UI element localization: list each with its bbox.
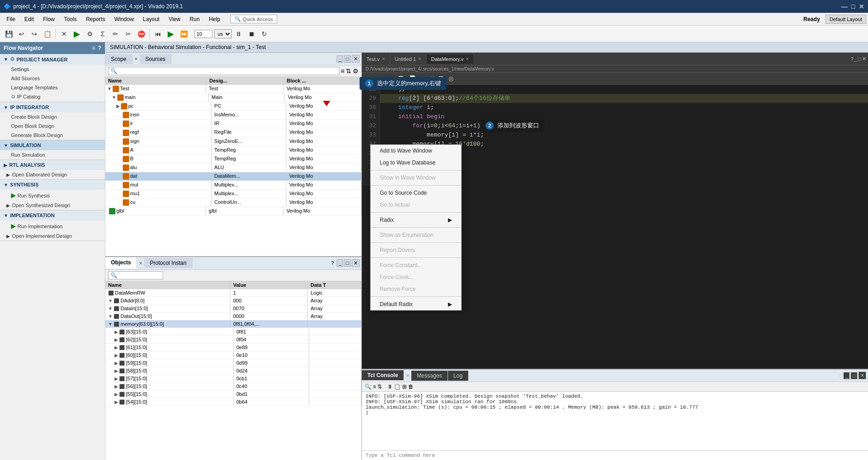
scope-row-insn[interactable]: insn InsMemo... Verilog Mo xyxy=(105,111,361,120)
tab-untitled1[interactable]: Untitled 1 ✕ xyxy=(390,55,426,64)
nav-open-implemented[interactable]: ▶ Open Implemented Design xyxy=(0,231,105,241)
scope-close[interactable]: ✕ xyxy=(352,55,360,63)
obj-row-60[interactable]: ▶⬛ [60][15:0] 0e10 xyxy=(105,351,361,359)
menu-tools[interactable]: Tools xyxy=(59,14,81,24)
stop-button[interactable]: ⏹ xyxy=(246,28,257,40)
console-filter-btn[interactable]: ≡ xyxy=(373,383,376,390)
minimize-button[interactable]: — xyxy=(841,3,848,10)
nav-create-block[interactable]: Create Block Design xyxy=(0,112,105,121)
new-file-button[interactable]: 💾 xyxy=(3,28,15,40)
test-v-close[interactable]: ✕ xyxy=(382,56,385,61)
nav-ip-catalog[interactable]: ⚙ IP Catalog xyxy=(0,92,105,102)
nav-help-icon[interactable]: ? xyxy=(98,45,101,51)
pause-button[interactable]: ⏸ xyxy=(233,28,245,40)
scope-row-test[interactable]: ▼Test Test Verilog Mo xyxy=(105,85,361,93)
section-simulation-header[interactable]: ▼ SIMULATION xyxy=(0,140,105,150)
menu-flow[interactable]: Flow xyxy=(38,14,59,24)
scope-maximize[interactable]: □ xyxy=(344,55,351,63)
nav-open-synthesized[interactable]: ▶ Open Synthesized Design xyxy=(0,201,105,210)
obj-row-57[interactable]: ▶⬛ [57][15:0] 0cb1 xyxy=(105,375,361,383)
console-input[interactable] xyxy=(366,453,864,458)
scope-row-B[interactable]: B TempReg Verilog Mo xyxy=(105,155,361,164)
scope-search-input[interactable] xyxy=(117,68,337,74)
rewind-button[interactable]: ⏮ xyxy=(152,28,164,40)
tab-messages[interactable]: Messages xyxy=(411,371,448,381)
obj-row-58[interactable]: ▶⬛ [58][15:0] 0d24 xyxy=(105,367,361,375)
scope-row-cu[interactable]: cu ControlUn... Verilog Mo xyxy=(105,198,361,207)
scope-row-sign[interactable]: sign SignZeroE... Verilog Mo xyxy=(105,137,361,146)
nav-generate-block[interactable]: Generate Block Design xyxy=(0,131,105,140)
nav-add-sources[interactable]: Add Sources xyxy=(0,74,105,83)
scope-row-dat[interactable]: dat DataMem... Verilog Mo xyxy=(105,172,361,181)
nav-run-synthesis[interactable]: ▶ Run Synthesis xyxy=(0,190,105,201)
editor-minimize[interactable]: _ xyxy=(854,56,857,62)
menu-view[interactable]: View xyxy=(164,14,185,24)
menu-layout[interactable]: Layout xyxy=(138,14,164,24)
quick-access-bar[interactable]: 🔍 Quick Access xyxy=(230,15,277,23)
redo-button[interactable]: ↪ xyxy=(28,28,40,40)
scope-tab-close[interactable]: ✕ xyxy=(132,55,140,62)
console-grid-btn[interactable]: ⊞ xyxy=(402,383,407,390)
tab-datamemory-v[interactable]: DataMemory.v ✕ xyxy=(426,55,474,64)
tab-protocol[interactable]: Protocol Instan xyxy=(144,258,192,268)
edit-btn2[interactable]: ✂ xyxy=(122,28,134,40)
nav-open-elaborated[interactable]: ▶ Open Elaborated Design xyxy=(0,170,105,179)
section-project-manager-header[interactable]: ▼ ⚙ PROJECT MANAGER xyxy=(0,54,105,65)
menu-window[interactable]: Window xyxy=(109,14,138,24)
console-tab-close[interactable]: ✕ xyxy=(404,372,411,379)
objects-search[interactable]: 🔍 xyxy=(108,271,163,279)
ctx-default-radix[interactable]: Default Radix ▶ xyxy=(371,298,461,310)
objects-search-input[interactable] xyxy=(117,273,161,278)
console-copy-btn[interactable]: 📋 xyxy=(394,383,401,390)
objects-tab-close[interactable]: ✕ xyxy=(137,260,144,267)
nav-settings[interactable]: Settings xyxy=(0,65,105,74)
console-input-area[interactable] xyxy=(362,450,868,460)
nav-language-templates[interactable]: Language Templates xyxy=(0,83,105,92)
obj-row-61[interactable]: ▶⬛ [61][15:0] 0e89 xyxy=(105,344,361,351)
console-close[interactable]: ✕ xyxy=(858,372,866,379)
obj-row-55[interactable]: ▶⬛ [55][15:0] 0bd1 xyxy=(105,390,361,398)
obj-row-daddr[interactable]: ▼⬛ DAddr[8:0] 000 Array xyxy=(105,297,361,305)
obj-question[interactable]: ? xyxy=(329,259,336,267)
obj-minimize[interactable]: _ xyxy=(337,259,343,267)
obj-maximize[interactable]: □ xyxy=(344,259,351,267)
settings-button[interactable]: ⚙ xyxy=(84,28,96,40)
obj-row-memory[interactable]: ▼⬛ memory[63:0][15:0] 0f81,0f04,... xyxy=(105,320,361,328)
datamemory-close[interactable]: ✕ xyxy=(465,56,469,61)
edit-btn1[interactable]: ✏ xyxy=(109,28,121,40)
scope-search[interactable]: 🔍 xyxy=(108,67,339,75)
tab-sources[interactable]: Sources xyxy=(140,54,171,64)
edit-btn3[interactable]: ⛔ xyxy=(135,28,147,40)
scope-filter-btn[interactable]: ≡ xyxy=(341,67,344,75)
run-button[interactable]: ▶ xyxy=(71,28,83,40)
ed-extra[interactable]: ◎ xyxy=(447,74,455,83)
copy-button[interactable]: 📋 xyxy=(41,28,53,40)
untitled1-close[interactable]: ✕ xyxy=(418,56,421,61)
obj-row-59[interactable]: ▶⬛ [59][15:0] 0d99 xyxy=(105,359,361,367)
menu-help[interactable]: Help xyxy=(204,14,225,24)
refresh-button[interactable]: ↻ xyxy=(258,28,270,40)
nav-open-block[interactable]: Open Block Design xyxy=(0,121,105,131)
tab-scope[interactable]: Scope xyxy=(105,54,132,64)
nav-run-simulation[interactable]: Run Simulation xyxy=(0,150,105,159)
obj-row-63[interactable]: ▶⬛ [63][15:0] 0f81 xyxy=(105,328,361,336)
tab-test-v[interactable]: Test.v ✕ xyxy=(362,55,390,64)
obj-row-56[interactable]: ▶⬛ [56][15:0] 0c40 xyxy=(105,383,361,390)
scope-minimize[interactable]: _ xyxy=(337,55,343,63)
console-pause-btn[interactable]: ⏸ xyxy=(387,383,393,390)
menu-reports[interactable]: Reports xyxy=(81,14,109,24)
console-search-icon[interactable]: 🔍 xyxy=(365,383,371,390)
scope-sort-btn[interactable]: ⇅ xyxy=(346,67,351,75)
delete-button[interactable]: ✕ xyxy=(58,28,70,40)
editor-close[interactable]: ✕ xyxy=(862,56,866,62)
obj-row-54[interactable]: ▶⬛ [54][15:0] 0b64 xyxy=(105,398,361,406)
console-minimize[interactable]: _ xyxy=(843,372,850,379)
menu-file[interactable]: File xyxy=(2,14,20,24)
menu-run[interactable]: Run xyxy=(185,14,204,24)
tab-tcl-console[interactable]: Tcl Console xyxy=(362,370,404,381)
nav-run-implementation[interactable]: ▶ Run Implementation xyxy=(0,220,105,231)
scope-row-mu1[interactable]: mu1 Multiplex... Verilog Mo xyxy=(105,190,361,198)
obj-close[interactable]: ✕ xyxy=(352,259,360,267)
section-ip-integrator-header[interactable]: ▼ IP INTEGRATOR xyxy=(0,102,105,112)
section-rtl-header[interactable]: ▶ RTL ANALYSIS xyxy=(0,160,105,170)
